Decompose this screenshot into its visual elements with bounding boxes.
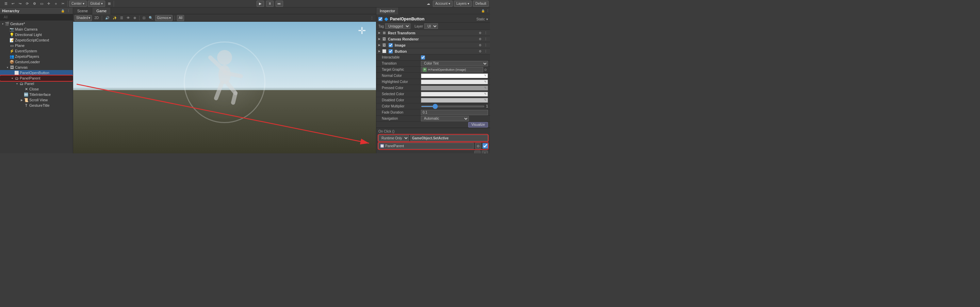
transform-btn[interactable]: ✛ (46, 1, 52, 7)
hierarchy-lock-btn[interactable]: 🔒 (60, 8, 65, 13)
tree-item-zepeto-script[interactable]: 📝 ZepetoScriptContext (0, 37, 73, 43)
stats-btn[interactable]: ☰ (119, 15, 124, 21)
image-more-btn[interactable]: ⋮ (483, 43, 488, 47)
global-dropdown[interactable]: Global ▾ (88, 1, 105, 7)
target-graphic-field[interactable]: ✈ ✈PanelOpenButton (Image) (421, 67, 483, 73)
zoom-btn[interactable]: 🔍 (148, 15, 154, 21)
pressed-color-swatch[interactable]: ✎ (421, 85, 488, 90)
tree-item-gesture-title[interactable]: T GestureTitle (0, 103, 73, 108)
inspector-more-btn[interactable]: ⋮ (485, 8, 490, 13)
highlighted-color-swatch[interactable]: ✎ (421, 79, 488, 84)
tree-item-panel-parent[interactable]: ▾ 🗂 PanelParent (0, 76, 73, 81)
tree-item-close[interactable]: ✕ Close (0, 86, 73, 92)
selected-color-edit-btn[interactable]: ✎ (483, 92, 488, 97)
button-active-cb[interactable] (388, 49, 393, 53)
undo-btn[interactable]: ↩ (10, 1, 16, 7)
tree-item-scroll-view[interactable]: ▶ 📜 Scroll View (0, 97, 73, 103)
hierarchy-more-btn[interactable]: ⋮ (66, 8, 71, 13)
refresh-btn[interactable]: ⟳ (24, 1, 30, 7)
image-settings-btn[interactable]: ⚙ (478, 43, 482, 47)
button-settings-btn[interactable]: ⚙ (478, 49, 482, 54)
layers-dropdown[interactable]: Layers ▾ (454, 1, 472, 7)
tree-item-canvas[interactable]: ▾ 🖼 Canvas (0, 65, 73, 70)
tree-item-plane[interactable]: ▭ Plane (0, 43, 73, 48)
account-dropdown[interactable]: Account ▾ (433, 1, 453, 7)
tree-item-gesture[interactable]: ▾ 🎬 Gesture* (0, 21, 73, 27)
button-more-btn[interactable]: ⋮ (483, 49, 488, 54)
scale-btn[interactable]: ⟡ (53, 1, 59, 7)
step-btn[interactable]: ⏭ (275, 1, 283, 7)
tree-item-event-system[interactable]: ⚡ EventSystem (0, 48, 73, 54)
fn-field[interactable] (410, 135, 488, 141)
runtime-only-dropdown[interactable]: Runtime Only (379, 135, 409, 141)
onclick-check[interactable] (482, 143, 488, 149)
onclick-remove-btn[interactable]: − (474, 150, 480, 154)
interactable-checkbox[interactable] (421, 55, 425, 60)
audio-btn[interactable]: 🔊 (104, 15, 110, 21)
normal-color-swatch[interactable]: ✎ (421, 73, 488, 78)
disabled-color-swatch[interactable]: ✎ (421, 98, 488, 103)
effects-btn[interactable]: ✨ (111, 15, 118, 21)
mode-2d-btn[interactable]: 2D (93, 15, 100, 21)
canvas-more-btn[interactable]: ⋮ (483, 37, 488, 41)
static-dropdown-btn[interactable]: ▾ (486, 17, 488, 21)
settings-btn[interactable]: ⚙ (31, 1, 37, 7)
normal-color-edit-btn[interactable]: ✎ (483, 73, 488, 78)
tools-btn[interactable]: ✂ (60, 1, 66, 7)
shaded-dropdown[interactable]: Shaded ▾ (75, 15, 92, 21)
tab-scene[interactable]: Scene (73, 8, 92, 14)
menu-btn[interactable]: ☰ (3, 1, 9, 7)
onclick-add-btn[interactable]: + (482, 150, 488, 154)
inspector-lock-btn[interactable]: 🔒 (480, 8, 485, 13)
canvas-renderer-header[interactable]: ▶ 🖼 Canvas Renderer ⚙ ⋮ (376, 36, 490, 42)
selected-color-swatch[interactable]: ✎ (421, 92, 488, 97)
layer-dropdown[interactable]: UI (424, 24, 438, 29)
tree-item-directional-light[interactable]: 💡 Directional Light (0, 32, 73, 37)
tree-item-panel-open-button[interactable]: ⬜ PanelOpenButton (0, 70, 73, 76)
canvas-settings-btn[interactable]: ⚙ (478, 37, 482, 41)
tree-item-panel[interactable]: ▾ 🗂 Panel (0, 81, 73, 86)
rect-btn[interactable]: ▭ (38, 1, 45, 7)
arrow-icon: ▾ (5, 66, 10, 69)
gizmos-dropdown[interactable]: Gizmos ▾ (155, 15, 172, 21)
onclick-target-field[interactable]: ⬜ PanelParent (379, 143, 474, 149)
center-dropdown[interactable]: Center ▾ (69, 1, 87, 7)
highlighted-color-edit-btn[interactable]: ✎ (483, 79, 488, 84)
tree-item-zepeto-players[interactable]: 👥 ZepetoPlayers (0, 54, 73, 59)
scene-visibility-btn[interactable]: 👁 (126, 15, 131, 21)
tree-label: GestureTitle (29, 103, 50, 108)
tree-item-title-interface[interactable]: 🔤 TitleInterface (0, 92, 73, 97)
button-header[interactable]: ▶ ⬜ Button ⚙ ⋮ (376, 48, 490, 54)
onclick-select-btn[interactable]: ⊙ (475, 143, 481, 149)
tab-inspector[interactable]: Inspector (376, 8, 399, 14)
image-active-cb[interactable] (388, 43, 393, 47)
cloud-icon[interactable]: ☁ (425, 1, 431, 7)
tree-item-gesture-loader[interactable]: 📦 GestureLoader (0, 59, 73, 65)
redo-btn[interactable]: ↪ (17, 1, 23, 7)
visualize-btn[interactable]: Visualize (468, 122, 488, 128)
transition-dropdown[interactable]: Color Tint (421, 61, 488, 66)
tab-game[interactable]: Game (92, 8, 111, 14)
snap-btn[interactable]: ⊞ (106, 1, 112, 7)
all-dropdown[interactable]: All (177, 15, 184, 21)
rect-settings-btn[interactable]: ⚙ (478, 31, 482, 35)
disabled-color-edit-btn[interactable]: ✎ (483, 98, 488, 103)
default-dropdown[interactable]: Default (473, 1, 488, 7)
aspect-btn[interactable]: ⊡ (142, 15, 146, 21)
color-multiplier-slider[interactable] (421, 106, 485, 107)
vt-extra1[interactable]: ⊕ (132, 15, 137, 21)
image-header[interactable]: ▶ 🖼 Image ⚙ ⋮ (376, 42, 490, 48)
object-active-checkbox[interactable] (379, 17, 382, 21)
tag-dropdown[interactable]: Untagged (385, 24, 410, 29)
tree-item-main-camera[interactable]: 📷 Main Camera (0, 27, 73, 32)
hierarchy-search-input[interactable] (0, 14, 73, 21)
pause-btn[interactable]: ⏸ (266, 1, 274, 7)
target-graphic-select-btn[interactable]: ⊙ (483, 67, 488, 72)
rect-transform-header[interactable]: ▶ ⊞ Rect Transform ⚙ ⋮ (376, 30, 490, 36)
viewport-more-btn[interactable]: ⋮ (369, 15, 375, 21)
pressed-color-edit-btn[interactable]: ✎ (483, 85, 488, 90)
fade-duration-input[interactable] (421, 110, 488, 115)
play-btn[interactable]: ▶ (256, 1, 264, 7)
navigation-dropdown[interactable]: Automatic (421, 116, 469, 121)
rect-more-btn[interactable]: ⋮ (483, 31, 488, 35)
